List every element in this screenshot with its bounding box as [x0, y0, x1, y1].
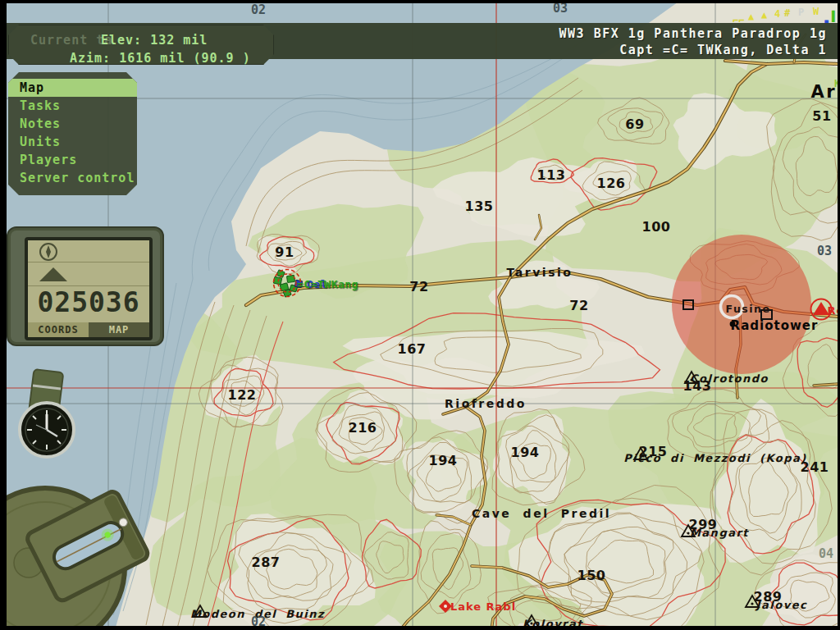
gps-tab-bar: COORDSMAP	[28, 322, 149, 337]
gps-screen: 025036 COORDSMAP	[25, 237, 153, 340]
target-info-panel: Current ta Elev: 132 mil Azim: 1616 mil …	[8, 25, 274, 65]
sidebar-item-players[interactable]: Players	[8, 151, 137, 169]
sidebar-item-units[interactable]: Units	[8, 133, 137, 151]
sidebar-item-notes[interactable]: Notes	[8, 115, 137, 133]
sidebar-item-server-control[interactable]: Server control	[8, 169, 137, 187]
frame-bottom	[0, 626, 840, 630]
sidebar-item-map[interactable]: Map	[8, 79, 137, 97]
gps-elevation-row	[28, 262, 149, 286]
gps-compass-row	[28, 240, 149, 262]
sidebar-item-tasks[interactable]: Tasks	[8, 97, 137, 115]
poi-dot	[730, 322, 736, 327]
mountain-icon	[39, 267, 67, 281]
gps-tab-coords[interactable]: COORDS	[28, 322, 89, 337]
gps-coordinates: 025036	[28, 286, 149, 318]
elevation-readout: Elev: 132 mil	[101, 33, 208, 48]
compass-rose-icon	[38, 241, 62, 262]
azimuth-readout: Azim: 1616 mil (90.9 )	[70, 51, 251, 66]
frame-top	[0, 0, 840, 3]
frame-left	[0, 0, 7, 630]
gps-device: 025036 COORDSMAP	[7, 226, 164, 346]
sidebar-menu: MapTasksNotesUnitsPlayersServer control	[8, 72, 137, 195]
gps-tab-map[interactable]: MAP	[89, 322, 149, 337]
